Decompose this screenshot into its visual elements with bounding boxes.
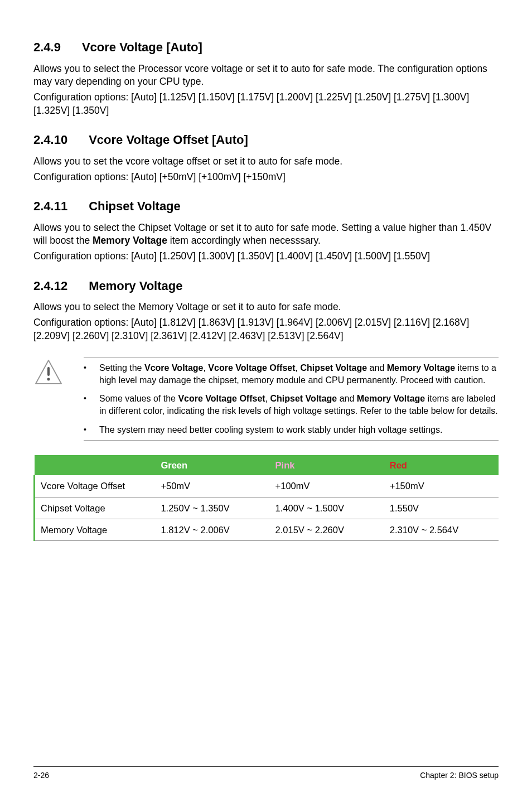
text-fragment: , [265,394,270,403]
caution-text: The system may need better cooling syste… [99,424,499,436]
caution-bullet-item: • The system may need better cooling sys… [84,424,499,436]
caution-text: Some values of the Vcore Voltage Offset,… [99,393,499,417]
cell-red: 1.550V [384,497,499,519]
body-paragraph: Configuration options: [Auto] [1.250V] [… [33,250,499,263]
cell-pink: 2.015V ~ 2.260V [270,519,384,541]
table-header-blank [35,455,156,475]
svg-point-2 [47,378,50,381]
bold-term: Memory Voltage [387,363,455,373]
body-paragraph: Allows you to set the vcore voltage offs… [33,155,499,168]
table-row: Chipset Voltage 1.250V ~ 1.350V 1.400V ~… [35,497,499,519]
text-fragment: item accordingly when necesssary. [167,235,321,246]
bold-term: Chipset Voltage [300,363,367,373]
table-row: Memory Voltage 1.812V ~ 2.006V 2.015V ~ … [35,519,499,541]
cell-pink: 1.400V ~ 1.500V [270,497,384,519]
section-number: 2.4.9 [33,39,61,56]
body-paragraph: Allows you to select the Memory Voltage … [33,301,499,314]
section-number: 2.4.10 [33,132,67,148]
cell-green: +50mV [155,475,269,497]
bullet-marker: • [84,424,99,436]
row-label: Chipset Voltage [35,497,156,519]
body-paragraph: Allows you to select the Processor vcore… [33,62,499,89]
cell-green: 1.250V ~ 1.350V [155,497,269,519]
row-label: Vcore Voltage Offset [35,475,156,497]
bold-term: Chipset Voltage [270,394,337,403]
section-heading-chipset-voltage: 2.4.11Chipset Voltage [33,198,499,215]
cell-red: 2.310V ~ 2.564V [384,519,499,541]
section-number: 2.4.12 [33,278,67,294]
table-header-green: Green [155,455,269,475]
cell-pink: +100mV [270,475,384,497]
table-header-red: Red [384,455,499,475]
section-title: Vcore Voltage Offset [Auto] [89,133,248,147]
section-heading-memory-voltage: 2.4.12Memory Voltage [33,278,499,294]
bold-term: Memory Voltage [357,394,425,403]
section-title: Vcore Voltage [Auto] [82,40,202,54]
caution-bullet-item: • Setting the Vcore Voltage, Vcore Volta… [84,362,499,386]
caution-content: • Setting the Vcore Voltage, Vcore Volta… [84,357,499,441]
bullet-marker: • [84,393,99,417]
cell-green: 1.812V ~ 2.006V [155,519,269,541]
section-title: Chipset Voltage [89,199,181,213]
body-paragraph: Allows you to select the Chipset Voltage… [33,221,499,248]
table-row: Vcore Voltage Offset +50mV +100mV +150mV [35,475,499,497]
body-paragraph: Configuration options: [Auto] [1.812V] [… [33,316,499,342]
row-label: Memory Voltage [35,519,156,541]
bold-term: Vcore Voltage Offset [208,363,295,373]
bold-term: Memory Voltage [93,235,167,246]
caution-callout: • Setting the Vcore Voltage, Vcore Volta… [33,357,499,441]
svg-rect-1 [47,367,50,376]
caution-icon [33,357,84,389]
text-fragment: and [337,394,357,403]
bullet-marker: • [84,362,99,386]
voltage-risk-table: Green Pink Red Vcore Voltage Offset +50m… [33,455,499,541]
section-heading-vcore-voltage: 2.4.9Vcore Voltage [Auto] [33,39,499,56]
caution-bullet-item: • Some values of the Vcore Voltage Offse… [84,393,499,417]
section-number: 2.4.11 [33,198,67,215]
bold-term: Vcore Voltage Offset [178,394,265,403]
bold-term: Vcore Voltage [144,363,204,373]
caution-text: Setting the Vcore Voltage, Vcore Voltage… [99,362,499,386]
body-paragraph: Configuration options: [Auto] [+50mV] [+… [33,171,499,184]
table-header-pink: Pink [270,455,384,475]
cell-red: +150mV [384,475,499,497]
text-fragment: and [367,363,387,373]
section-heading-vcore-voltage-offset: 2.4.10Vcore Voltage Offset [Auto] [33,132,499,148]
text-fragment: Setting the [99,363,144,373]
body-paragraph: Configuration options: [Auto] [1.125V] [… [33,91,499,117]
section-title: Memory Voltage [89,279,182,293]
text-fragment: Some values of the [99,394,178,403]
